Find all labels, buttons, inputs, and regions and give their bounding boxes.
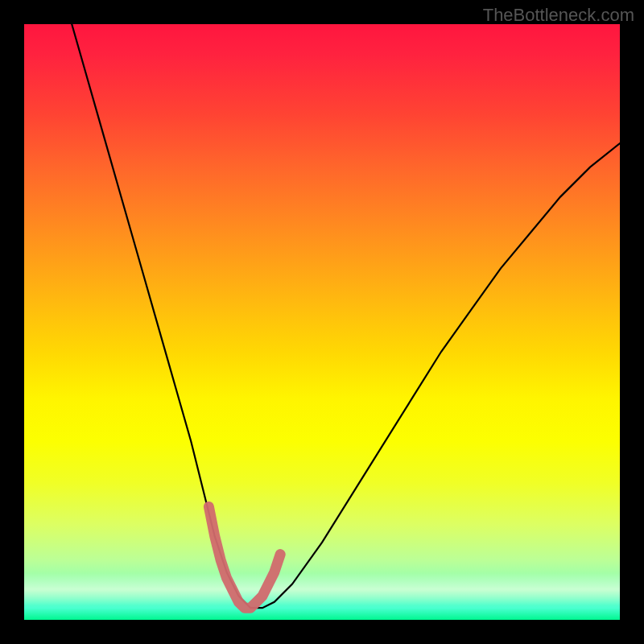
chart-frame: TheBottleneck.com bbox=[0, 0, 644, 644]
watermark-text: TheBottleneck.com bbox=[483, 5, 634, 26]
gradient-background bbox=[24, 24, 620, 620]
plot-area bbox=[24, 24, 620, 620]
